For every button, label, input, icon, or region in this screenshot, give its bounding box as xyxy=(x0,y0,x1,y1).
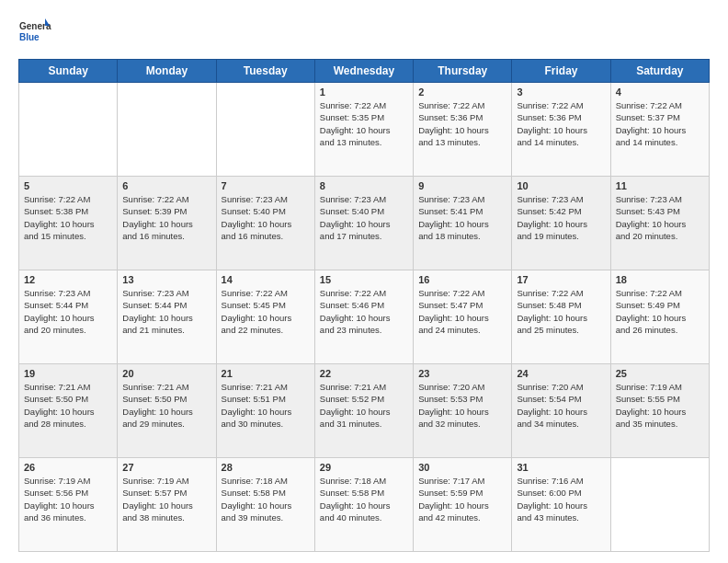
day-number: 11 xyxy=(616,180,704,191)
day-cell: 14Sunrise: 7:22 AM Sunset: 5:45 PM Dayli… xyxy=(216,270,314,364)
weekday-sunday: Sunday xyxy=(19,60,118,83)
day-cell: 21Sunrise: 7:21 AM Sunset: 5:51 PM Dayli… xyxy=(216,364,314,458)
day-cell: 7Sunrise: 7:23 AM Sunset: 5:40 PM Daylig… xyxy=(216,177,314,270)
week-row-3: 12Sunrise: 7:23 AM Sunset: 5:44 PM Dayli… xyxy=(19,270,710,364)
day-cell: 6Sunrise: 7:22 AM Sunset: 5:39 PM Daylig… xyxy=(118,177,216,270)
day-info: Sunrise: 7:23 AM Sunset: 5:40 PM Dayligh… xyxy=(222,193,310,242)
day-cell xyxy=(216,83,314,177)
weekday-tuesday: Tuesday xyxy=(216,60,314,83)
day-cell: 27Sunrise: 7:19 AM Sunset: 5:57 PM Dayli… xyxy=(118,458,216,552)
day-number: 16 xyxy=(418,274,506,285)
day-number: 17 xyxy=(517,274,605,285)
day-info: Sunrise: 7:23 AM Sunset: 5:42 PM Dayligh… xyxy=(517,193,605,242)
weekday-thursday: Thursday xyxy=(414,60,512,83)
day-cell: 30Sunrise: 7:17 AM Sunset: 5:59 PM Dayli… xyxy=(414,458,512,552)
day-cell: 29Sunrise: 7:18 AM Sunset: 5:58 PM Dayli… xyxy=(314,458,413,552)
day-info: Sunrise: 7:22 AM Sunset: 5:48 PM Dayligh… xyxy=(517,287,605,336)
day-number: 3 xyxy=(517,86,605,98)
day-cell: 28Sunrise: 7:18 AM Sunset: 5:58 PM Dayli… xyxy=(216,458,314,552)
day-info: Sunrise: 7:20 AM Sunset: 5:53 PM Dayligh… xyxy=(418,381,506,430)
day-number: 5 xyxy=(24,180,112,191)
day-info: Sunrise: 7:17 AM Sunset: 5:59 PM Dayligh… xyxy=(418,475,506,523)
day-info: Sunrise: 7:23 AM Sunset: 5:44 PM Dayligh… xyxy=(122,287,210,336)
day-number: 27 xyxy=(122,462,210,473)
day-number: 4 xyxy=(616,86,704,98)
logo: General Blue xyxy=(18,17,51,50)
day-number: 31 xyxy=(517,462,605,473)
day-cell: 3Sunrise: 7:22 AM Sunset: 5:36 PM Daylig… xyxy=(512,83,610,177)
day-info: Sunrise: 7:23 AM Sunset: 5:43 PM Dayligh… xyxy=(616,193,704,242)
day-info: Sunrise: 7:18 AM Sunset: 5:58 PM Dayligh… xyxy=(320,475,408,523)
day-info: Sunrise: 7:20 AM Sunset: 5:54 PM Dayligh… xyxy=(517,381,605,430)
day-number: 18 xyxy=(616,274,704,285)
day-cell: 31Sunrise: 7:16 AM Sunset: 6:00 PM Dayli… xyxy=(512,458,610,552)
day-number: 10 xyxy=(517,180,605,191)
day-cell: 8Sunrise: 7:23 AM Sunset: 5:40 PM Daylig… xyxy=(314,177,413,270)
day-cell: 15Sunrise: 7:22 AM Sunset: 5:46 PM Dayli… xyxy=(314,270,413,364)
day-number: 14 xyxy=(222,274,310,285)
day-cell: 18Sunrise: 7:22 AM Sunset: 5:49 PM Dayli… xyxy=(610,270,709,364)
day-info: Sunrise: 7:22 AM Sunset: 5:39 PM Dayligh… xyxy=(122,193,210,242)
weekday-saturday: Saturday xyxy=(610,60,709,83)
day-cell xyxy=(610,458,709,552)
day-number: 15 xyxy=(320,274,408,285)
day-cell: 10Sunrise: 7:23 AM Sunset: 5:42 PM Dayli… xyxy=(512,177,610,270)
day-cell: 19Sunrise: 7:21 AM Sunset: 5:50 PM Dayli… xyxy=(19,364,118,458)
header: General Blue xyxy=(18,17,710,50)
calendar-table: SundayMondayTuesdayWednesdayThursdayFrid… xyxy=(18,59,710,552)
week-row-4: 19Sunrise: 7:21 AM Sunset: 5:50 PM Dayli… xyxy=(19,364,710,458)
day-info: Sunrise: 7:22 AM Sunset: 5:36 PM Dayligh… xyxy=(517,99,605,148)
day-number: 21 xyxy=(222,368,310,379)
day-number: 23 xyxy=(418,368,506,379)
day-number: 8 xyxy=(320,180,408,191)
day-info: Sunrise: 7:22 AM Sunset: 5:49 PM Dayligh… xyxy=(616,287,704,336)
week-row-2: 5Sunrise: 7:22 AM Sunset: 5:38 PM Daylig… xyxy=(19,177,710,270)
day-info: Sunrise: 7:23 AM Sunset: 5:41 PM Dayligh… xyxy=(418,193,506,242)
week-row-1: 1Sunrise: 7:22 AM Sunset: 5:35 PM Daylig… xyxy=(19,83,710,177)
weekday-wednesday: Wednesday xyxy=(314,60,413,83)
day-info: Sunrise: 7:18 AM Sunset: 5:58 PM Dayligh… xyxy=(222,475,310,523)
day-number: 30 xyxy=(418,462,506,473)
day-number: 20 xyxy=(122,368,210,379)
day-cell: 24Sunrise: 7:20 AM Sunset: 5:54 PM Dayli… xyxy=(512,364,610,458)
day-info: Sunrise: 7:22 AM Sunset: 5:37 PM Dayligh… xyxy=(616,99,704,148)
day-cell: 12Sunrise: 7:23 AM Sunset: 5:44 PM Dayli… xyxy=(19,270,118,364)
day-info: Sunrise: 7:23 AM Sunset: 5:40 PM Dayligh… xyxy=(320,193,408,242)
day-cell: 23Sunrise: 7:20 AM Sunset: 5:53 PM Dayli… xyxy=(414,364,512,458)
weekday-header-row: SundayMondayTuesdayWednesdayThursdayFrid… xyxy=(19,60,710,83)
day-cell: 16Sunrise: 7:22 AM Sunset: 5:47 PM Dayli… xyxy=(414,270,512,364)
day-number: 7 xyxy=(222,180,310,191)
day-number: 2 xyxy=(418,86,506,98)
week-row-5: 26Sunrise: 7:19 AM Sunset: 5:56 PM Dayli… xyxy=(19,458,710,552)
day-cell xyxy=(118,83,216,177)
day-cell: 4Sunrise: 7:22 AM Sunset: 5:37 PM Daylig… xyxy=(610,83,709,177)
day-number: 9 xyxy=(418,180,506,191)
day-number: 19 xyxy=(24,368,112,379)
day-info: Sunrise: 7:22 AM Sunset: 5:47 PM Dayligh… xyxy=(418,287,506,336)
day-number: 26 xyxy=(24,462,112,473)
day-info: Sunrise: 7:19 AM Sunset: 5:55 PM Dayligh… xyxy=(616,381,704,430)
day-info: Sunrise: 7:16 AM Sunset: 6:00 PM Dayligh… xyxy=(517,475,605,523)
day-info: Sunrise: 7:21 AM Sunset: 5:50 PM Dayligh… xyxy=(24,381,112,430)
day-cell: 13Sunrise: 7:23 AM Sunset: 5:44 PM Dayli… xyxy=(118,270,216,364)
weekday-friday: Friday xyxy=(512,60,610,83)
svg-text:Blue: Blue xyxy=(19,32,40,42)
day-number: 1 xyxy=(320,86,408,98)
day-cell: 1Sunrise: 7:22 AM Sunset: 5:35 PM Daylig… xyxy=(314,83,413,177)
logo-icon: General Blue xyxy=(18,17,51,50)
day-cell: 5Sunrise: 7:22 AM Sunset: 5:38 PM Daylig… xyxy=(19,177,118,270)
day-cell: 22Sunrise: 7:21 AM Sunset: 5:52 PM Dayli… xyxy=(314,364,413,458)
day-cell: 26Sunrise: 7:19 AM Sunset: 5:56 PM Dayli… xyxy=(19,458,118,552)
day-number: 6 xyxy=(122,180,210,191)
day-info: Sunrise: 7:22 AM Sunset: 5:35 PM Dayligh… xyxy=(320,99,408,148)
day-cell: 2Sunrise: 7:22 AM Sunset: 5:36 PM Daylig… xyxy=(414,83,512,177)
day-number: 22 xyxy=(320,368,408,379)
day-cell xyxy=(19,83,118,177)
day-cell: 25Sunrise: 7:19 AM Sunset: 5:55 PM Dayli… xyxy=(610,364,709,458)
day-cell: 20Sunrise: 7:21 AM Sunset: 5:50 PM Dayli… xyxy=(118,364,216,458)
day-number: 24 xyxy=(517,368,605,379)
day-number: 12 xyxy=(24,274,112,285)
day-number: 29 xyxy=(320,462,408,473)
day-number: 25 xyxy=(616,368,704,379)
day-info: Sunrise: 7:22 AM Sunset: 5:36 PM Dayligh… xyxy=(418,99,506,148)
